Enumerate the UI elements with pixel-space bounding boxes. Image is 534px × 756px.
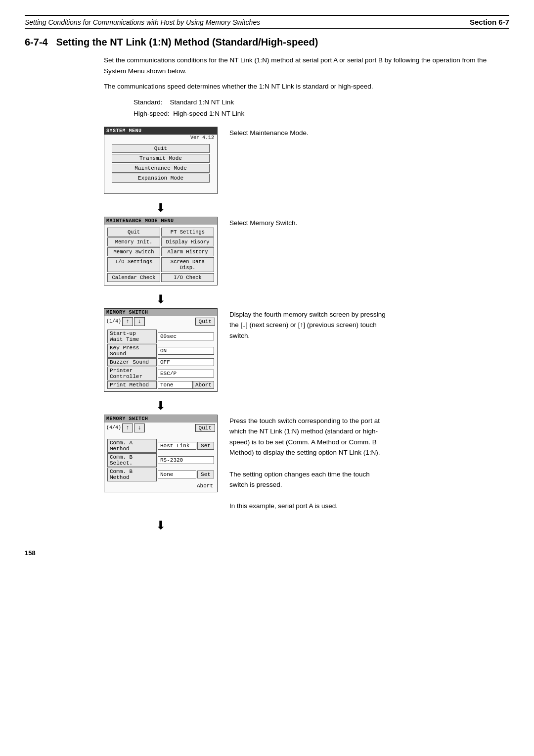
alarm-history-btn[interactable]: Alarm History [161, 247, 214, 256]
printer-row: PrinterController ESC/P [107, 367, 214, 380]
mem-switch-4-text3: In this example, serial port A is used. [229, 502, 338, 510]
system-menu-col: SYSTEM MENU Ver 4.12 Quit Transmit Mode … [104, 127, 218, 194]
system-menu-side-text: Select Maintenance Mode. [229, 127, 309, 139]
mem-switch-4-text2: The setting option changes each time the… [229, 471, 370, 489]
comm-b-method-row: Comm. B Method None Set [107, 468, 214, 481]
body-para1: Set the communications conditions for th… [104, 55, 509, 76]
body-para2: The communications speed determines whet… [104, 81, 509, 92]
memory-switch-1-screen: MEMORY SWITCH (1/4) ↑ ↓ Quit Start-upWai… [104, 308, 218, 392]
display-history-btn[interactable]: Display Hisory [161, 237, 214, 246]
abort-btn-1[interactable]: Abort [193, 381, 214, 389]
calendar-check-btn[interactable]: Calendar Check [107, 273, 160, 282]
buzzer-label: Buzzer Sound [107, 358, 157, 366]
mem-switch-1-body: Start-upWait Time 00sec Key Press Sound … [104, 327, 217, 391]
standard-label: Standard: [134, 98, 163, 106]
printmethod-row: Print Method Tone Abort [107, 381, 214, 389]
header-title: Setting Conditions for Communications wi… [25, 18, 260, 26]
content-area: Set the communications conditions for th… [104, 55, 509, 534]
keypress-row: Key Press Sound ON [107, 344, 214, 358]
quit-btn-mem4[interactable]: Quit [195, 424, 215, 432]
mem-switch-1-text: Display the fourth memory switch screen … [229, 311, 386, 339]
highspeed-value: High-speed 1:N NT Link [173, 110, 244, 117]
printmethod-label: Print Method [107, 381, 157, 389]
transmit-mode-btn[interactable]: Transmit Mode [112, 154, 210, 163]
memory-switch-4-screen: MEMORY SWITCH (4/4) ↑ ↓ Quit Comm. A Met… [104, 415, 218, 492]
mem-switch-4-body: Comm. A Method Host Link Set Comm. B Sel… [104, 433, 217, 492]
nav-down-btn-4[interactable]: ↓ [134, 424, 145, 432]
nav-up-btn-1[interactable]: ↑ [122, 317, 133, 326]
maintenance-mode-btn[interactable]: Maintenance Mode [112, 164, 210, 173]
arrow1: ⬇ [104, 201, 218, 215]
abort-btn-4[interactable]: Abort [197, 483, 213, 489]
pt-settings-btn[interactable]: PT Settings [161, 228, 214, 236]
memory-switch-1-col: MEMORY SWITCH (1/4) ↑ ↓ Quit Start-upWai… [104, 308, 218, 392]
maint-quit-btn[interactable]: Quit [107, 228, 160, 236]
printer-value: ESC/P [158, 370, 214, 378]
maintenance-menu-body: Quit PT Settings Memory Init. Display Hi… [104, 225, 217, 285]
mem-switch-4-nav: (4/4) ↑ ↓ Quit [104, 423, 217, 433]
system-menu-body: Quit Transmit Mode Maintenance Mode Expa… [104, 141, 217, 193]
buzzer-value: OFF [158, 358, 214, 366]
system-menu-title: SYSTEM MENU [104, 127, 217, 135]
io-check-btn[interactable]: I/O Check [161, 273, 214, 282]
section-label: Section 6-7 [470, 18, 509, 26]
maintenance-grid: Quit PT Settings Memory Init. Display Hi… [106, 227, 215, 283]
startup-value: 00sec [158, 332, 214, 340]
memory-switch-4-side-text: Press the touch switch corresponding to … [229, 415, 388, 512]
memory-init-btn[interactable]: Memory Init. [107, 237, 160, 246]
maintenance-menu-col: MAINTENANCE MODE MENU Quit PT Settings M… [104, 217, 218, 285]
comm-b-select-row: Comm. B Select. RS-2320 [107, 453, 214, 467]
comm-a-method-value: Host Link [158, 442, 196, 450]
nav-down-btn-1[interactable]: ↓ [134, 317, 145, 326]
printmethod-value: Tone [158, 381, 193, 389]
io-settings-btn[interactable]: I/O Settings [107, 257, 160, 272]
startup-row: Start-upWait Time 00sec [107, 330, 214, 343]
highspeed-label: High-speed: [134, 110, 170, 117]
screen-data-btn[interactable]: Screen Data Disp. [161, 257, 214, 272]
system-menu-ver: Ver 4.12 [104, 135, 217, 141]
page-number: 158 [25, 549, 509, 557]
arrow2: ⬇ [104, 292, 218, 306]
quit-btn-mem1[interactable]: Quit [195, 318, 215, 326]
comm-b-method-value: None [158, 471, 196, 478]
header-bar: Setting Conditions for Communications wi… [25, 15, 509, 29]
mem-page-1-info: (1/4) [106, 319, 121, 324]
comm-a-set-btn[interactable]: Set [197, 442, 214, 450]
standard-list: Standard: Standard 1:N NT Link High-spee… [134, 97, 509, 120]
printer-label: PrinterController [107, 367, 157, 380]
quit-btn-sys[interactable]: Quit [112, 144, 210, 153]
nav-up-btn-4[interactable]: ↑ [122, 424, 133, 432]
arrow4: ⬇ [104, 519, 218, 532]
keypress-label: Key Press Sound [107, 344, 157, 358]
standard-item: Standard: Standard 1:N NT Link [134, 97, 509, 108]
system-menu-screen: SYSTEM MENU Ver 4.12 Quit Transmit Mode … [104, 127, 218, 194]
page-num-text: 158 [25, 549, 36, 557]
memory-switch-4-col: MEMORY SWITCH (4/4) ↑ ↓ Quit Comm. A Met… [104, 415, 218, 492]
chapter-heading: Setting the NT Link (1:N) Method (Standa… [56, 37, 318, 47]
mem-switch-4-title: MEMORY SWITCH [104, 415, 217, 423]
chapter-number: 6-7-4 [25, 37, 48, 47]
page: Setting Conditions for Communications wi… [0, 0, 534, 756]
chapter-title: 6-7-4 Setting the NT Link (1:N) Method (… [25, 37, 509, 48]
comm-b-select-value: RS-2320 [158, 456, 214, 464]
comm-b-select-label: Comm. B Select. [107, 453, 157, 467]
startup-label: Start-upWait Time [107, 330, 157, 343]
highspeed-item: High-speed: High-speed 1:N NT Link [134, 108, 509, 120]
maintenance-menu-side-text: Select Memory Switch. [229, 217, 297, 229]
mem-switch-1-nav: (1/4) ↑ ↓ Quit [104, 316, 217, 327]
diagram-system-menu: SYSTEM MENU Ver 4.12 Quit Transmit Mode … [104, 127, 509, 194]
maintenance-menu-title: MAINTENANCE MODE MENU [104, 217, 217, 225]
diagram-memory-switch-1: MEMORY SWITCH (1/4) ↑ ↓ Quit Start-upWai… [104, 308, 509, 392]
standard-value: Standard 1:N NT Link [170, 98, 234, 106]
expansion-mode-btn[interactable]: Expansion Mode [112, 174, 210, 183]
diagram-maintenance-menu: MAINTENANCE MODE MENU Quit PT Settings M… [104, 217, 509, 285]
memory-switch-btn[interactable]: Memory Switch [107, 247, 160, 256]
maintenance-menu-screen: MAINTENANCE MODE MENU Quit PT Settings M… [104, 217, 218, 285]
comm-a-method-row: Comm. A Method Host Link Set [107, 439, 214, 453]
mem-page-4-info: (4/4) [106, 425, 121, 430]
comm-b-set-btn[interactable]: Set [197, 471, 214, 478]
mem-switch-4-text1: Press the touch switch corresponding to … [229, 417, 380, 457]
arrow3: ⬇ [104, 399, 218, 413]
comm-b-method-label: Comm. B Method [107, 468, 157, 481]
buzzer-row: Buzzer Sound OFF [107, 358, 214, 366]
